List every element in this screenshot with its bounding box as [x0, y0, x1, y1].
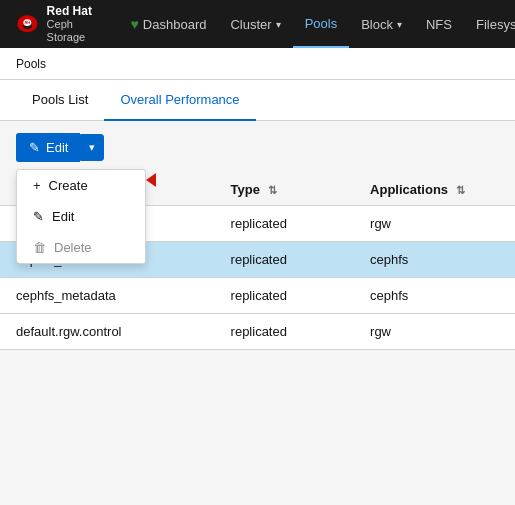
dropdown-menu: + Create ✎ Edit 🗑 Delete: [16, 169, 146, 264]
cell-type: replicated: [215, 242, 354, 278]
chevron-down-icon: ▾: [89, 141, 95, 154]
nav-item-nfs[interactable]: NFS: [414, 0, 464, 48]
nav-item-block[interactable]: Block ▾: [349, 0, 414, 48]
brand-text: Red Hat Ceph Storage: [47, 4, 95, 45]
page-content: Pools List Overall Performance ✎ Edit ▾ …: [0, 80, 515, 350]
breadcrumb-bar: Pools: [0, 48, 515, 80]
cell-type: replicated: [215, 314, 354, 350]
dropdown-item-edit[interactable]: ✎ Edit: [17, 201, 145, 232]
svg-text:RH: RH: [24, 20, 30, 25]
edit-split-button: ✎ Edit ▾: [16, 133, 104, 162]
edit-button[interactable]: ✎ Edit: [16, 133, 80, 162]
col-header-type[interactable]: Type ⇅: [215, 174, 354, 206]
sort-icon-type: ⇅: [268, 184, 277, 196]
redhat-logo: RH: [16, 10, 39, 38]
cell-name: default.rgw.control: [0, 314, 215, 350]
cell-name: cephfs_metadata: [0, 278, 215, 314]
toolbar: ✎ Edit ▾ + Create ✎ Edit 🗑 Delete: [0, 121, 515, 174]
chevron-down-icon: ▾: [276, 19, 281, 30]
cell-applications: rgw: [354, 314, 515, 350]
arrow-head: [146, 173, 156, 187]
brand-line2: Ceph Storage: [47, 18, 95, 44]
tab-pools-list[interactable]: Pools List: [16, 80, 104, 121]
dropdown-item-create[interactable]: + Create: [17, 170, 145, 201]
nav-items: ♥ Dashboard Cluster ▾ Pools Block ▾ NFS …: [119, 0, 515, 48]
edit-dropdown-toggle[interactable]: ▾: [80, 134, 104, 161]
table-row[interactable]: cephfs_metadata replicated cephfs: [0, 278, 515, 314]
table-row[interactable]: default.rgw.control replicated rgw: [0, 314, 515, 350]
breadcrumb: Pools: [16, 57, 46, 71]
topbar: RH Red Hat Ceph Storage ♥ Dashboard Clus…: [0, 0, 515, 48]
cell-applications: rgw: [354, 206, 515, 242]
col-header-applications[interactable]: Applications ⇅: [354, 174, 515, 206]
heartbeat-icon: ♥: [131, 16, 139, 32]
sort-icon-applications: ⇅: [456, 184, 465, 196]
cell-type: replicated: [215, 278, 354, 314]
dropdown-item-delete: 🗑 Delete: [17, 232, 145, 263]
plus-icon: +: [33, 178, 41, 193]
chevron-down-icon: ▾: [397, 19, 402, 30]
cell-applications: cephfs: [354, 278, 515, 314]
brand: RH Red Hat Ceph Storage: [16, 4, 95, 45]
nav-item-dashboard[interactable]: ♥ Dashboard: [119, 0, 219, 48]
nav-item-cluster[interactable]: Cluster ▾: [218, 0, 292, 48]
cell-type: replicated: [215, 206, 354, 242]
edit-icon: ✎: [33, 209, 44, 224]
nav-item-filesystems[interactable]: Filesystems: [464, 0, 515, 48]
brand-line1: Red Hat: [47, 4, 95, 18]
cell-applications: cephfs: [354, 242, 515, 278]
nav-item-pools[interactable]: Pools: [293, 0, 350, 48]
edit-pencil-icon: ✎: [29, 140, 40, 155]
trash-icon: 🗑: [33, 240, 46, 255]
tabs-bar: Pools List Overall Performance: [0, 80, 515, 121]
tab-overall-performance[interactable]: Overall Performance: [104, 80, 255, 121]
